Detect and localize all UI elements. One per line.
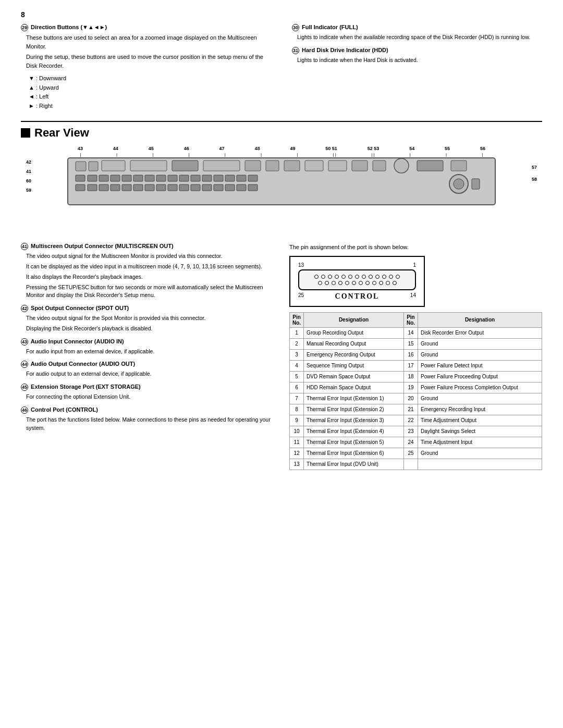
svg-rect-9 [284,161,300,171]
table-row: 7Thermal Error Input (Extension 1)20Grou… [290,393,542,404]
pin-no-left: 13 [290,459,304,470]
pin-no-right: 14 [403,327,418,338]
label-5253: 52 53 [368,146,380,151]
svg-rect-6 [203,161,240,171]
th-designation-left: Designation [304,312,404,327]
section-44-title: 44 Audio Output Connector (AUDIO OUT) [21,361,274,368]
table-row: 11Thermal Error Input (Extension 5)24Tim… [290,437,542,448]
pin-no-right: 24 [403,437,418,448]
pin-no-right: 16 [403,349,418,360]
section-42-title: 42 Spot Output Connector (SPOT OUT) [21,305,274,312]
left-descriptions: 41 Multiscreen Output Connector (MULTISC… [21,243,274,470]
label-58: 58 [532,174,537,186]
pin-dot [382,275,386,279]
pin-no-left: 3 [290,349,304,360]
num-43: 43 [21,338,28,346]
svg-rect-34 [88,184,97,191]
section-43: 43 Audio Input Connector (AUDIO IN) For … [21,338,274,356]
section-30-31: 30 Full Indicator (FULL) Lights to indic… [292,24,542,110]
pin-13-label: 13 [298,262,304,268]
pin-dot [348,275,352,279]
section-43-body: For audio input from an external device,… [26,348,274,356]
designation-left: Sequence Timing Output [304,360,404,371]
dir-right: ► : Right [29,102,271,111]
section-42: 42 Spot Output Connector (SPOT OUT) The … [21,305,274,333]
table-row: 10Thermal Error Input (Extension 4)23Day… [290,426,542,437]
section-31: 31 Hard Disk Drive Indicator (HDD) Light… [292,47,542,65]
svg-rect-48 [248,184,258,191]
svg-point-50 [454,179,464,189]
designation-left: Thermal Error Input (Extension 3) [304,415,404,426]
designation-right: Power Failure Process Completion Output [418,382,542,393]
label-55: 55 [445,146,450,151]
pin-dot [359,281,363,285]
pin-no-right: 21 [403,404,418,415]
pin-row-bottom [305,281,409,285]
num-30: 30 [292,24,299,31]
pin-no-left: 6 [290,382,304,393]
svg-rect-30 [225,175,235,181]
pin-no-left: 7 [290,393,304,404]
designation-right: Ground [418,349,542,360]
rear-view-header: Rear View [21,121,542,140]
label-57: 57 [532,162,537,174]
pin-no-left: 11 [290,437,304,448]
svg-rect-13 [373,161,386,171]
svg-rect-36 [111,184,120,191]
designation-left: Thermal Error Input (Extension 1) [304,393,404,404]
pin-dot [393,281,397,285]
designation-right: Power Failure Proceeding Output [418,371,542,382]
section-31-body: Lights to indicate when the Hard Disk is… [297,56,542,65]
svg-rect-47 [237,184,246,191]
svg-rect-23 [145,175,154,181]
label-56: 56 [480,146,485,151]
svg-rect-39 [145,184,154,191]
svg-rect-28 [202,175,212,181]
label-48: 48 [254,146,260,151]
designation-right: Ground [418,393,542,404]
section-45: 45 Extension Storage Port (EXT STORAGE) … [21,384,274,401]
pin-dot [389,275,393,279]
section-30-title: 30 Full Indicator (FULL) [292,24,542,31]
pin-dot [318,281,322,285]
pin-no-right: 17 [403,360,418,371]
svg-rect-24 [156,175,166,181]
table-row: 9Thermal Error Input (Extension 3)22Time… [290,415,542,426]
section-41-title: 41 Multiscreen Output Connector (MULTISC… [21,243,274,250]
svg-rect-44 [202,184,212,191]
section-41-body4: Pressing the SETUP/ESC button for two se… [26,283,274,300]
svg-rect-37 [122,184,131,191]
pin-dot [352,281,356,285]
section-41: 41 Multiscreen Output Connector (MULTISC… [21,243,274,300]
svg-rect-19 [99,175,108,181]
control-diagram: 13 1 [289,256,425,307]
th-pin-no-left: Pin No. [290,312,304,327]
pin-no-right: 19 [403,382,418,393]
designation-right: Disk Recorder Error Output [418,327,542,338]
pin-row-top [305,275,409,279]
pin-dot [362,275,366,279]
svg-rect-2 [89,162,98,171]
pin-dot [341,275,346,279]
section-41-body: The video output signal for the Multiscr… [26,252,274,261]
section-44-body: For audio output to an external device, … [26,370,274,378]
svg-rect-27 [191,175,200,181]
svg-rect-35 [99,184,108,191]
svg-rect-17 [76,175,85,181]
pin-note: The pin assignment of the port is shown … [289,243,542,252]
svg-rect-33 [76,184,85,191]
designation-left: Manual Recording Output [304,338,404,349]
label-43: 43 [78,146,83,151]
svg-rect-21 [122,175,131,181]
svg-rect-51 [472,179,480,189]
pin-no-left: 12 [290,448,304,459]
designation-right: Time Adjustment Input [418,437,542,448]
section-41-body2: It can be displayed as the video input i… [26,263,274,271]
main-content: 41 Multiscreen Output Connector (MULTISC… [21,243,542,470]
pin-no-left: 1 [290,327,304,338]
pin-no-right: 22 [403,415,418,426]
pin-dot [332,281,336,285]
section-29-body1: These buttons are used to select an area… [26,33,271,51]
num-46: 46 [21,406,28,414]
section-41-body3: It also displays the Recorder's playback… [26,273,274,281]
